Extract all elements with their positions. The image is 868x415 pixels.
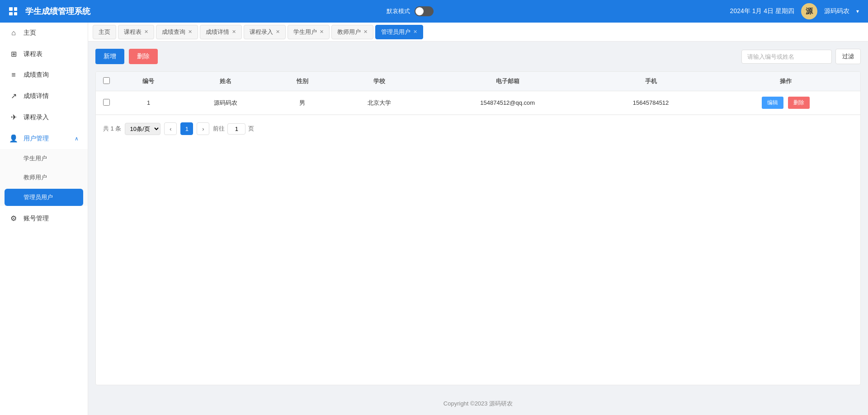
table-container: 编号 姓名 性别 学校 电子邮箱 手机 操作 1 (95, 71, 861, 385)
course-import-icon: ✈ (9, 113, 18, 121)
header-right: 2024年 1月 4日 星期四 源 源码码农 ▾ (730, 3, 859, 19)
tab-course-import-label: 课程录入 (250, 28, 273, 36)
tab-teacher-user-label: 教师用户 (337, 28, 361, 36)
user-name[interactable]: 源码码农 (824, 7, 849, 15)
row-checkbox[interactable] (103, 99, 110, 106)
table-body: 1 源码码农 男 北京大学 154874512@qq.com 156457845… (96, 91, 860, 115)
tab-course-import-close[interactable]: ✕ (276, 29, 280, 35)
sidebar-label-user-management: 用户管理 (24, 135, 49, 143)
col-action: 操作 (711, 72, 860, 91)
tab-teacher-user-close[interactable]: ✕ (363, 29, 368, 35)
tab-schedule-label: 课程表 (124, 28, 142, 36)
score-detail-icon: ↗ (9, 92, 18, 100)
delete-button[interactable]: 删除 (129, 49, 158, 64)
search-input[interactable] (741, 50, 832, 64)
tab-home[interactable]: 主页 (93, 25, 116, 39)
row-delete-button[interactable]: 删除 (788, 97, 810, 109)
page-area: 新增 删除 过滤 编号 姓名 (88, 42, 868, 392)
sidebar-label-home: 主页 (24, 29, 36, 37)
prev-page-button[interactable]: ‹ (164, 122, 177, 135)
tab-score-query-label: 成绩查询 (162, 28, 185, 36)
row-name: 源码码农 (180, 91, 271, 115)
header: 学生成绩管理系统 默哀模式 2024年 1月 4日 星期四 源 源码码农 ▾ (0, 0, 868, 23)
tab-home-label: 主页 (99, 28, 110, 36)
tab-admin-user[interactable]: 管理员用户 ✕ (375, 25, 423, 39)
schedule-icon: ⊞ (9, 50, 18, 58)
tab-teacher-user[interactable]: 教师用户 ✕ (331, 25, 373, 39)
sidebar-item-course-import[interactable]: ✈ 课程录入 (0, 107, 88, 128)
teacher-user-label: 教师用户 (24, 174, 47, 181)
sidebar-subitem-teacher-user[interactable]: 教师用户 (0, 168, 88, 187)
user-management-chevron: ∧ (75, 135, 79, 142)
sidebar-item-score-detail[interactable]: ↗ 成绩详情 (0, 85, 88, 107)
main-content: 主页 课程表 ✕ 成绩查询 ✕ 成绩详情 ✕ 课程录入 ✕ 学生用户 ✕ (88, 23, 868, 415)
sidebar-label-schedule: 课程表 (24, 50, 42, 58)
admin-user-label: 管理员用户 (24, 194, 53, 201)
user-menu-chevron[interactable]: ▾ (856, 8, 859, 14)
col-email: 电子邮箱 (425, 72, 590, 91)
pagination-total: 共 1 条 (103, 125, 121, 133)
page-1-button[interactable]: 1 (180, 122, 193, 135)
page-jump-prefix: 前往 (213, 125, 225, 133)
admin-table: 编号 姓名 性别 学校 电子邮箱 手机 操作 1 (96, 72, 860, 115)
dark-mode-toggle[interactable] (415, 6, 434, 16)
dark-mode-label: 默哀模式 (387, 7, 410, 15)
select-all-checkbox[interactable] (103, 77, 110, 84)
tabs-bar: 主页 课程表 ✕ 成绩查询 ✕ 成绩详情 ✕ 课程录入 ✕ 学生用户 ✕ (88, 23, 868, 42)
table-row: 1 源码码农 男 北京大学 154874512@qq.com 156457845… (96, 91, 860, 115)
page-jump-input[interactable] (227, 123, 245, 135)
sidebar-label-account-management: 账号管理 (24, 214, 49, 223)
col-id: 编号 (117, 72, 180, 91)
datetime: 2024年 1月 4日 星期四 (730, 7, 794, 15)
row-phone: 15645784512 (590, 91, 711, 115)
copyright: Copyright ©2023 源码研农 (443, 400, 513, 407)
tab-score-query[interactable]: 成绩查询 ✕ (156, 25, 198, 39)
sidebar-label-score-detail: 成绩详情 (24, 92, 49, 100)
edit-button[interactable]: 编辑 (762, 97, 783, 109)
app-title: 学生成绩管理系统 (25, 6, 90, 17)
tab-score-detail[interactable]: 成绩详情 ✕ (200, 25, 242, 39)
sidebar-item-home[interactable]: ⌂ 主页 (0, 23, 88, 43)
tab-student-user-label: 学生用户 (293, 28, 317, 36)
col-phone: 手机 (590, 72, 711, 91)
header-checkbox-cell (96, 72, 117, 91)
tab-schedule-close[interactable]: ✕ (144, 29, 148, 35)
sidebar-item-account-management[interactable]: ⚙ 账号管理 (0, 208, 88, 229)
sidebar-label-score-query: 成绩查询 (24, 71, 49, 79)
layout: ⌂ 主页 ⊞ 课程表 ≡ 成绩查询 ↗ 成绩详情 ✈ 课程录入 👤 用户管理 ∧… (0, 23, 868, 415)
add-button[interactable]: 新增 (95, 49, 124, 64)
sidebar: ⌂ 主页 ⊞ 课程表 ≡ 成绩查询 ↗ 成绩详情 ✈ 课程录入 👤 用户管理 ∧… (0, 23, 88, 415)
sidebar-item-score-query[interactable]: ≡ 成绩查询 (0, 65, 88, 85)
col-gender: 性别 (271, 72, 334, 91)
tab-course-import[interactable]: 课程录入 ✕ (244, 25, 286, 39)
row-school: 北京大学 (334, 91, 425, 115)
footer: Copyright ©2023 源码研农 (88, 392, 868, 415)
page-size-select[interactable]: 10条/页20条/页50条/页 (125, 123, 160, 135)
toolbar: 新增 删除 过滤 (95, 49, 861, 64)
sidebar-item-user-management[interactable]: 👤 用户管理 ∧ (0, 128, 88, 149)
logo: 学生成绩管理系统 (9, 6, 90, 17)
header-center: 默哀模式 (90, 6, 730, 16)
tab-admin-user-close[interactable]: ✕ (413, 29, 417, 35)
next-page-button[interactable]: › (197, 122, 209, 135)
table-header-row: 编号 姓名 性别 学校 电子邮箱 手机 操作 (96, 72, 860, 91)
filter-button[interactable]: 过滤 (835, 49, 861, 64)
sidebar-subitem-admin-user[interactable]: 管理员用户 (5, 189, 83, 206)
row-gender: 男 (271, 91, 334, 115)
tab-schedule[interactable]: 课程表 ✕ (118, 25, 154, 39)
tab-student-user[interactable]: 学生用户 ✕ (288, 25, 330, 39)
tab-score-query-close[interactable]: ✕ (188, 29, 192, 35)
page-jump: 前往 页 (213, 123, 254, 135)
col-school: 学校 (334, 72, 425, 91)
col-name: 姓名 (180, 72, 271, 91)
page-jump-suffix: 页 (248, 125, 254, 133)
tab-score-detail-close[interactable]: ✕ (232, 29, 236, 35)
score-query-icon: ≡ (9, 71, 18, 79)
tab-student-user-close[interactable]: ✕ (320, 29, 324, 35)
row-checkbox-cell (96, 91, 117, 115)
sidebar-subitem-student-user[interactable]: 学生用户 (0, 149, 88, 168)
account-management-icon: ⚙ (9, 214, 18, 223)
sidebar-item-schedule[interactable]: ⊞ 课程表 (0, 43, 88, 65)
search-area: 过滤 (741, 49, 861, 64)
student-user-label: 学生用户 (24, 155, 47, 162)
